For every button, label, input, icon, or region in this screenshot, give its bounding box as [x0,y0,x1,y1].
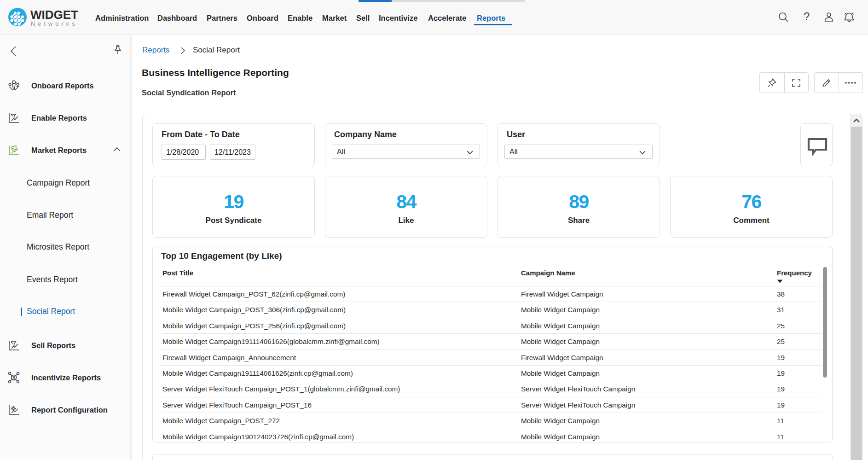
svg-text:$: $ [12,375,15,380]
